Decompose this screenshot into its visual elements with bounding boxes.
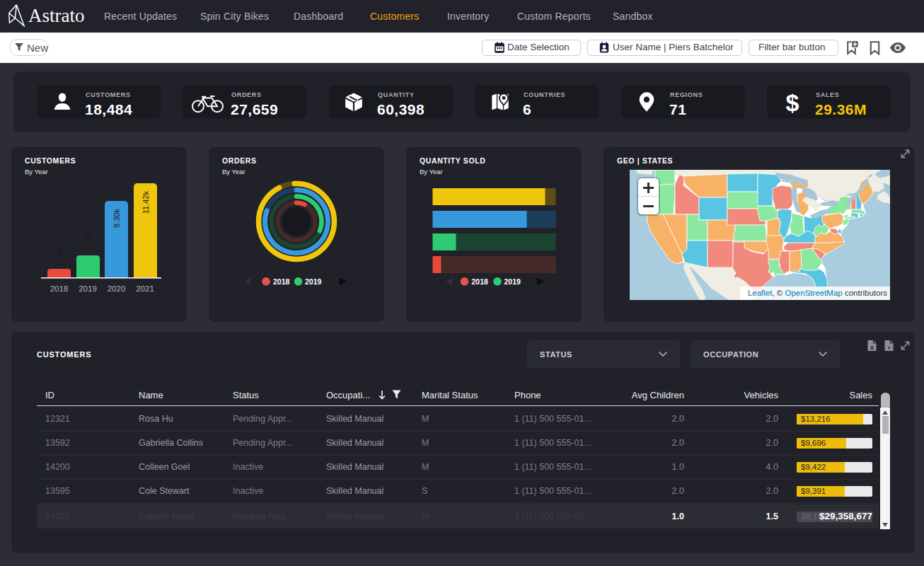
- svg-text:2020: 2020: [108, 284, 126, 293]
- svg-text:$: $: [786, 90, 799, 115]
- svg-text:11.42k: 11.42k: [142, 191, 150, 214]
- svg-text:2021: 2021: [136, 284, 154, 293]
- svg-text:x: x: [870, 344, 874, 351]
- svg-text:3.17k: 3.17k: [84, 233, 93, 253]
- svg-text:2018: 2018: [50, 284, 69, 293]
- svg-text:1.39k: 1.39k: [55, 247, 64, 266]
- svg-text:2019: 2019: [504, 277, 521, 286]
- svg-text:2018: 2018: [273, 277, 290, 286]
- svg-text:2019: 2019: [305, 277, 322, 286]
- svg-text:9.30k: 9.30k: [112, 209, 121, 228]
- svg-text:2018: 2018: [472, 277, 489, 286]
- svg-text:,: ,: [888, 340, 891, 350]
- svg-text:2019: 2019: [79, 284, 97, 293]
